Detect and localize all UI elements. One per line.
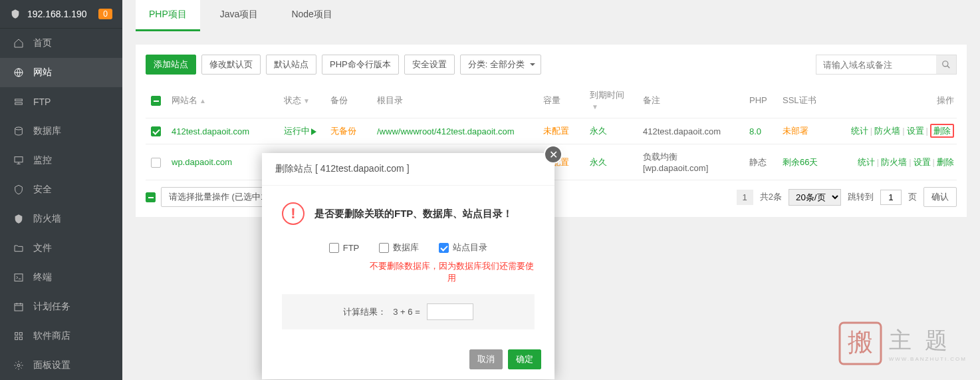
warning-icon: ! <box>282 202 305 225</box>
confirm-button[interactable]: 确定 <box>508 349 541 369</box>
delete-site-modal: ✕ 删除站点 [ 412test.dapaoit.com ] ! 是否要删除关联… <box>262 153 554 379</box>
checkbox-icon <box>379 243 389 253</box>
modal-message: 是否要删除关联的FTP、数据库、站点目录！ <box>314 208 513 220</box>
close-icon[interactable]: ✕ <box>544 145 562 164</box>
opt-ftp[interactable]: FTP <box>329 242 360 254</box>
calc-label: 计算结果： <box>343 306 386 318</box>
modal-title: 删除站点 [ 412test.dapaoit.com ] <box>262 153 554 186</box>
calc-box: 计算结果： 3 + 6 = <box>282 294 535 329</box>
cancel-button[interactable]: 取消 <box>469 349 503 369</box>
modal-overlay: ✕ 删除站点 [ 412test.dapaoit.com ] ! 是否要删除关联… <box>0 0 980 380</box>
checkbox-icon <box>439 243 449 253</box>
opt-dir[interactable]: 站点目录 <box>439 242 487 254</box>
calc-expr: 3 + 6 = <box>393 307 420 317</box>
opt-db[interactable]: 数据库 <box>379 242 419 254</box>
checkbox-icon <box>329 243 339 253</box>
modal-note: 不要删除数据库，因为数据库我们还需要使用 <box>282 260 535 284</box>
calc-input[interactable] <box>427 303 473 320</box>
